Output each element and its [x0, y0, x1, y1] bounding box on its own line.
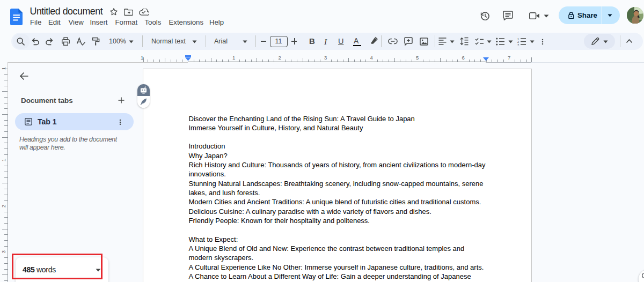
svg-text:3: 3	[517, 43, 519, 46]
